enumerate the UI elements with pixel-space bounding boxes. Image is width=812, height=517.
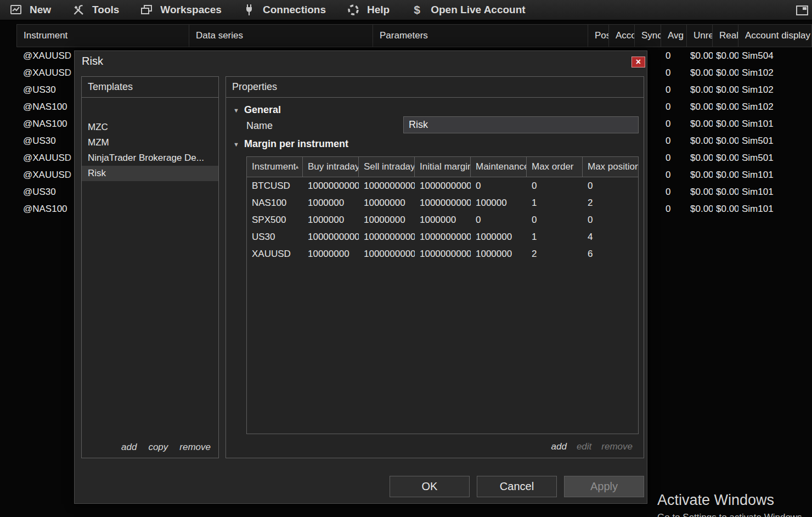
cell-avg: 0 — [661, 200, 687, 217]
tools-icon — [72, 3, 85, 16]
menu-item-label: Open Live Account — [431, 4, 525, 16]
name-input[interactable] — [403, 116, 639, 133]
edit-margin-row-link[interactable]: edit — [577, 441, 591, 452]
menu-item-connections[interactable]: Connections — [243, 3, 326, 16]
column-header-sell-intraday[interactable]: Sell intraday — [359, 157, 415, 177]
column-header-acc[interactable]: Account — [609, 25, 635, 47]
column-header-buy-intraday[interactable]: Buy intraday — [303, 157, 359, 177]
cell-initial-margin: 1000000000 — [415, 228, 471, 245]
sort-ascending-icon: ▲ — [295, 164, 300, 170]
margin-table-header: Instrument ▲ Buy intraday Sell intraday … — [247, 157, 638, 177]
template-item-mzc[interactable]: MZC — [82, 120, 218, 135]
column-header-instrument[interactable]: Instrument ▲ — [247, 157, 303, 177]
column-header-unrealized[interactable]: Unrealized — [687, 25, 713, 47]
menu-item-label: Help — [367, 4, 390, 16]
close-icon: × — [636, 58, 641, 66]
cell-sell-intraday: 1000000000 — [359, 177, 415, 194]
menu-bar: New Tools Workspaces Connections Help $ … — [0, 0, 812, 20]
margin-row-spx500[interactable]: SPX500 1000000 10000000 1000000 0 0 0 — [247, 211, 638, 228]
risk-dialog: Risk × Templates MZC MZM NinjaTrader Bro… — [74, 50, 647, 504]
cell-initial-margin: 1000000000 — [415, 245, 471, 262]
margin-row-xauusd[interactable]: XAUUSD 10000000 1000000000 1000000000 10… — [247, 245, 638, 262]
column-header-pos[interactable]: Pos — [588, 25, 609, 47]
activate-windows-watermark-line2: Go to Settings to activate Windows. — [657, 512, 804, 517]
dollar-icon: $ — [410, 3, 424, 16]
cell-account: Sim102 — [738, 98, 774, 115]
column-header-instrument[interactable]: Instrument — [16, 25, 189, 47]
collapse-triangle-icon: ▼ — [233, 141, 239, 148]
cell-unrealized: $0.00 — [687, 98, 713, 115]
cell-account: Sim501 — [738, 149, 774, 166]
template-item-risk[interactable]: Risk — [82, 166, 218, 181]
menu-item-new[interactable]: New — [9, 3, 51, 16]
ok-button[interactable]: OK — [390, 476, 470, 497]
cell-realized: $0.00 — [713, 166, 738, 183]
cell-sell-intraday: 1000000000 — [359, 245, 415, 262]
column-header-max-position[interactable]: Max position — [583, 157, 638, 177]
menu-item-tools[interactable]: Tools — [72, 3, 119, 16]
cell-account: Sim101 — [738, 166, 774, 183]
margin-actions: add edit remove — [551, 441, 633, 452]
activate-windows-watermark: Activate Windows — [657, 492, 774, 509]
cell-unrealized: $0.00 — [687, 132, 713, 149]
cell-account: Sim102 — [738, 64, 774, 81]
remove-margin-row-link[interactable]: remove — [601, 441, 633, 452]
column-header-parameters[interactable]: Parameters — [373, 25, 588, 47]
cell-unrealized: $0.00 — [687, 166, 713, 183]
menu-item-label: Connections — [263, 4, 326, 16]
margin-row-nas100[interactable]: NAS100 1000000 10000000 1000000000 10000… — [247, 194, 638, 211]
cell-realized: $0.00 — [713, 183, 738, 200]
cell-max-position: 0 — [583, 211, 638, 228]
dialog-title[interactable]: Risk — [82, 55, 103, 68]
close-button[interactable]: × — [631, 57, 645, 68]
menu-item-label: Tools — [92, 4, 119, 16]
column-header-account-display[interactable]: Account display — [738, 25, 812, 47]
column-header-avg[interactable]: Avg — [661, 25, 687, 47]
cell-avg: 0 — [661, 183, 687, 200]
column-header-max-order[interactable]: Max order — [527, 157, 583, 177]
cell-initial-margin: 1000000000 — [415, 177, 471, 194]
copy-template-link[interactable]: copy — [148, 442, 168, 453]
remove-template-link[interactable]: remove — [179, 442, 211, 453]
popout-window-icon[interactable] — [796, 5, 809, 16]
apply-button[interactable]: Apply — [564, 476, 644, 497]
cancel-button[interactable]: Cancel — [477, 476, 557, 497]
cell-unrealized: $0.00 — [687, 149, 713, 166]
margin-table: Instrument ▲ Buy intraday Sell intraday … — [246, 156, 639, 434]
menu-item-open-live-account[interactable]: $ Open Live Account — [410, 3, 525, 16]
add-template-link[interactable]: add — [121, 442, 137, 453]
cell-avg: 0 — [661, 98, 687, 115]
template-item-mzm[interactable]: MZM — [82, 135, 218, 150]
cell-buy-intraday: 1000000000 — [303, 177, 359, 194]
cell-max-position: 0 — [583, 177, 638, 194]
add-margin-row-link[interactable]: add — [551, 441, 567, 452]
cell-account: Sim101 — [738, 115, 774, 132]
templates-panel: Templates MZC MZM NinjaTrader Brokerage … — [81, 76, 219, 458]
column-header-initial-margin[interactable]: Initial margin — [415, 157, 471, 177]
margin-section-header[interactable]: ▼ Margin per instrument — [233, 138, 348, 150]
cell-max-order: 0 — [527, 211, 583, 228]
menu-item-help[interactable]: Help — [347, 3, 390, 16]
column-header-realized[interactable]: Realized — [713, 25, 738, 47]
cell-buy-intraday: 1000000000 — [303, 228, 359, 245]
cell-sell-intraday: 10000000 — [359, 211, 415, 228]
margin-row-btcusd[interactable]: BTCUSD 1000000000 1000000000 1000000000 … — [247, 177, 638, 194]
grid-header-row: Instrument Data series Parameters Pos Ac… — [16, 24, 812, 47]
cell-realized: $0.00 — [713, 98, 738, 115]
cell-maintenance: 0 — [471, 177, 527, 194]
margin-row-us30[interactable]: US30 1000000000 1000000000 1000000000 10… — [247, 228, 638, 245]
general-section-header[interactable]: ▼ General — [233, 104, 281, 116]
column-header-syn[interactable]: Sync — [635, 25, 661, 47]
cell-avg: 0 — [661, 132, 687, 149]
cell-avg: 0 — [661, 115, 687, 132]
column-header-data-series[interactable]: Data series — [189, 25, 373, 47]
menu-item-workspaces[interactable]: Workspaces — [140, 3, 222, 16]
cell-avg: 0 — [661, 81, 687, 98]
templates-list: MZC MZM NinjaTrader Brokerage De... Risk — [82, 98, 218, 181]
cell-account: Sim101 — [738, 200, 774, 217]
cell-instrument: US30 — [247, 228, 303, 245]
cell-max-order: 0 — [527, 177, 583, 194]
template-item-ninjatrader-brokerage[interactable]: NinjaTrader Brokerage De... — [82, 150, 218, 166]
menu-item-label: Workspaces — [160, 4, 222, 16]
column-header-maintenance[interactable]: Maintenance — [471, 157, 527, 177]
